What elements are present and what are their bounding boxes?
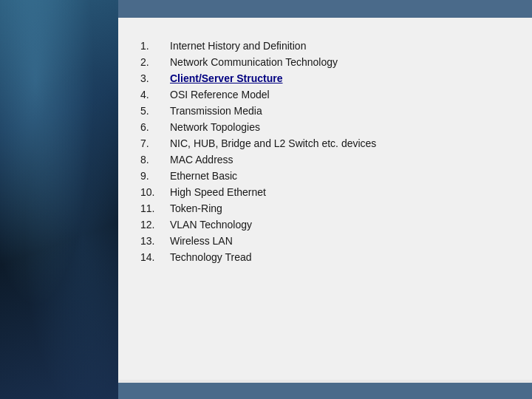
header-bar	[118, 0, 532, 18]
outline-item-7: 7.NIC, HUB, Bridge and L2 Switch etc. de…	[140, 137, 510, 149]
outline-text-3: Client/Server Structure	[170, 72, 283, 84]
outline-item-3: 3.Client/Server Structure	[140, 72, 510, 84]
outline-number-6: 6.	[140, 121, 170, 133]
outline-text-2: Network Communication Technology	[170, 56, 338, 68]
outline-number-7: 7.	[140, 137, 170, 149]
outline-text-13: Wireless LAN	[170, 235, 233, 247]
outline-item-2: 2.Network Communication Technology	[140, 56, 510, 68]
outline-item-8: 8.MAC Address	[140, 154, 510, 166]
left-decorative-panel	[0, 0, 118, 399]
outline-item-12: 12.VLAN Technology	[140, 219, 510, 231]
outline-number-4: 4.	[140, 89, 170, 100]
outline-text-12: VLAN Technology	[170, 219, 252, 231]
outline-item-9: 9.Ethernet Basic	[140, 170, 510, 182]
content-area: 1.Internet History and Definition2.Netwo…	[118, 18, 532, 380]
outline-number-13: 13.	[140, 235, 170, 247]
outline-number-2: 2.	[140, 56, 170, 68]
main-content-panel: 1.Internet History and Definition2.Netwo…	[118, 0, 532, 399]
outline-item-5: 5.Transmission Media	[140, 105, 510, 117]
outline-text-11: Token-Ring	[170, 202, 222, 214]
outline-text-9: Ethernet Basic	[170, 170, 237, 182]
outline-item-14: 14.Technology Tread	[140, 251, 510, 263]
outline-number-5: 5.	[140, 105, 170, 117]
outline-text-4: OSI Reference Model	[170, 89, 270, 100]
outline-item-11: 11.Token-Ring	[140, 202, 510, 214]
outline-item-4: 4.OSI Reference Model	[140, 89, 510, 100]
outline-text-5: Transmission Media	[170, 105, 262, 117]
outline-text-10: High Speed Ethernet	[170, 186, 266, 198]
outline-item-1: 1.Internet History and Definition	[140, 40, 510, 52]
outline-number-8: 8.	[140, 154, 170, 166]
outline-number-9: 9.	[140, 170, 170, 182]
outline-text-1: Internet History and Definition	[170, 40, 306, 52]
outline-number-14: 14.	[140, 251, 170, 263]
outline-text-14: Technology Tread	[170, 251, 252, 263]
outline-text-8: MAC Address	[170, 154, 233, 166]
outline-item-10: 10.High Speed Ethernet	[140, 186, 510, 198]
outline-item-6: 6.Network Topologies	[140, 121, 510, 133]
outline-number-11: 11.	[140, 202, 170, 214]
outline-list: 1.Internet History and Definition2.Netwo…	[140, 40, 510, 263]
outline-text-6: Network Topologies	[170, 121, 260, 133]
outline-text-7: NIC, HUB, Bridge and L2 Switch etc. devi…	[170, 137, 376, 149]
outline-number-3: 3.	[140, 72, 170, 84]
outline-number-10: 10.	[140, 186, 170, 198]
bottom-bar	[118, 383, 532, 399]
outline-number-12: 12.	[140, 219, 170, 231]
outline-number-1: 1.	[140, 40, 170, 52]
outline-item-13: 13.Wireless LAN	[140, 235, 510, 247]
